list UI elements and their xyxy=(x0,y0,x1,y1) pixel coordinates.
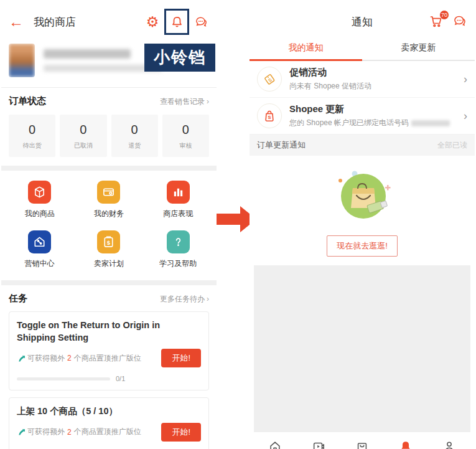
shortcut-learn-help[interactable]: 学习及帮助 xyxy=(159,230,197,269)
task-progress-bar xyxy=(17,377,110,380)
shortcut-my-finance[interactable]: 我的财务 xyxy=(94,181,124,219)
chevron-right-icon: › xyxy=(464,110,467,123)
shortcut-marketing-centre[interactable]: 营销中心 xyxy=(25,230,55,269)
my-shop-header: ← 我的商店 ⚙ 小铃铛 xyxy=(1,7,217,36)
empty-list-placeholder xyxy=(254,265,470,432)
cart-badge: 70 xyxy=(439,10,449,20)
chat-bubbles-icon[interactable] xyxy=(193,14,209,30)
question-mark-icon xyxy=(167,230,190,253)
shortcut-seller-programme[interactable]: $ 卖家计划 xyxy=(94,230,124,269)
mark-all-read-action[interactable]: 全部已读 xyxy=(437,140,467,151)
svg-text:S: S xyxy=(268,115,271,120)
shopping-bag-mascot xyxy=(328,169,396,223)
green-up-arrow-icon xyxy=(17,428,25,436)
house-percent-icon xyxy=(28,230,51,253)
tab-seller-updates[interactable]: 卖家更新 xyxy=(362,36,475,61)
wallet-icon xyxy=(97,181,120,204)
clipboard-dollar-icon: $ xyxy=(97,230,120,253)
task-reward-text: 可获得额外 2 个商品置顶推广版位 xyxy=(17,353,141,364)
notifications-header: 通知 70 xyxy=(250,7,475,36)
price-tag-icon: S xyxy=(257,67,282,92)
task-title: 上架 10 个商品（5 / 10） xyxy=(17,405,161,418)
tasks-title: 任务 xyxy=(9,293,27,305)
live-video-icon xyxy=(312,440,325,449)
bell-icon[interactable] xyxy=(169,14,185,30)
tasks-section: 任务 更多任务待办› Toggle on The Return to Origi… xyxy=(1,285,217,449)
notification-row-shopee-updates[interactable]: S Shopee 更新 您的 Shopee 帐户现已绑定电话号码 › xyxy=(250,98,475,135)
nav-me[interactable]: 我的 xyxy=(431,440,467,449)
chevron-right-icon: › xyxy=(464,73,467,86)
task-title: Toggle on The Return to Origin in Shippi… xyxy=(17,319,161,344)
order-stat-returns[interactable]: 0 退货 xyxy=(111,115,158,157)
shortcut-grid: 我的商品 我的财务 商店表现 xyxy=(1,171,217,280)
notification-bell-highlight-box[interactable] xyxy=(164,9,189,35)
view-sales-records-link[interactable]: 查看销售记录› xyxy=(160,97,209,107)
bottom-navigation: 首页 Live 官方商城 通知 xyxy=(250,433,475,449)
empty-state: 现在就去逛逛! xyxy=(250,156,475,257)
go-shopping-button[interactable]: 现在就去逛逛! xyxy=(327,235,398,257)
order-stat-to-ship[interactable]: 0 待出货 xyxy=(9,115,55,157)
green-up-arrow-icon xyxy=(17,354,25,362)
nav-official-mall[interactable]: 官方商城 xyxy=(344,440,380,449)
cube-icon xyxy=(28,181,51,204)
redacted-phone-number xyxy=(411,120,450,126)
shortcut-my-products[interactable]: 我的商品 xyxy=(25,181,55,219)
nav-home[interactable]: 首页 xyxy=(257,440,293,449)
back-icon[interactable]: ← xyxy=(9,14,24,29)
tab-my-notifications[interactable]: 我的通知 xyxy=(250,36,362,61)
order-stat-review[interactable]: 0 审核 xyxy=(162,115,209,157)
task-progress-label: 0/1 xyxy=(116,375,125,382)
svg-text:$: $ xyxy=(107,239,111,246)
bell-filled-icon xyxy=(399,440,413,449)
start-task-button[interactable]: 开始! xyxy=(161,423,201,442)
page-title: 我的商店 xyxy=(34,15,76,29)
little-bell-callout-label: 小铃铛 xyxy=(144,44,215,72)
shortcut-shop-performance[interactable]: 商店表现 xyxy=(163,181,193,219)
settings-gear-icon[interactable]: ⚙ xyxy=(144,14,161,30)
my-shop-screen: ← 我的商店 ⚙ 小铃铛 xyxy=(1,7,217,449)
cart-icon[interactable]: 70 xyxy=(429,14,445,30)
chevron-right-icon: › xyxy=(207,97,209,106)
order-updates-section-bar: 订单更新通知 全部已读 xyxy=(250,135,475,156)
page-title: 通知 xyxy=(352,15,373,29)
nav-notifications[interactable]: 通知 xyxy=(388,440,424,449)
notifications-screen: 通知 70 我的通知 卖家更新 xyxy=(250,7,475,449)
nav-live[interactable]: Live xyxy=(301,440,337,449)
start-task-button[interactable]: 开始! xyxy=(161,349,201,367)
mall-bag-icon xyxy=(355,440,369,449)
bar-chart-icon xyxy=(167,181,190,204)
shop-avatar xyxy=(9,44,35,77)
notification-row-promotions[interactable]: S 促销活动 尚未有 Shopee 促销活动 › xyxy=(250,61,475,98)
person-icon xyxy=(442,440,456,449)
order-status-title: 订单状态 xyxy=(9,95,46,107)
notifications-tabs: 我的通知 卖家更新 xyxy=(250,36,475,61)
order-stat-cancelled[interactable]: 0 已取消 xyxy=(60,115,106,157)
home-icon xyxy=(268,440,282,449)
more-tasks-link[interactable]: 更多任务待办› xyxy=(160,294,209,305)
redacted-shop-name xyxy=(44,49,131,59)
task-card-list-products: 上架 10 个商品（5 / 10） 可获得额外 2 个商品置顶推广版位 开始! … xyxy=(9,397,209,449)
task-card-return-to-origin: Toggle on The Return to Origin in Shippi… xyxy=(9,311,209,390)
chevron-right-icon: › xyxy=(207,295,209,303)
chat-bubbles-icon[interactable] xyxy=(452,14,469,30)
order-status-section: 订单状态 查看销售记录› 0 待出货 0 已取消 0 退货 0 审核 xyxy=(1,88,217,166)
task-reward-text: 可获得额外 2 个商品置顶推广版位 xyxy=(17,427,141,437)
shopee-bag-icon: S xyxy=(257,103,282,128)
